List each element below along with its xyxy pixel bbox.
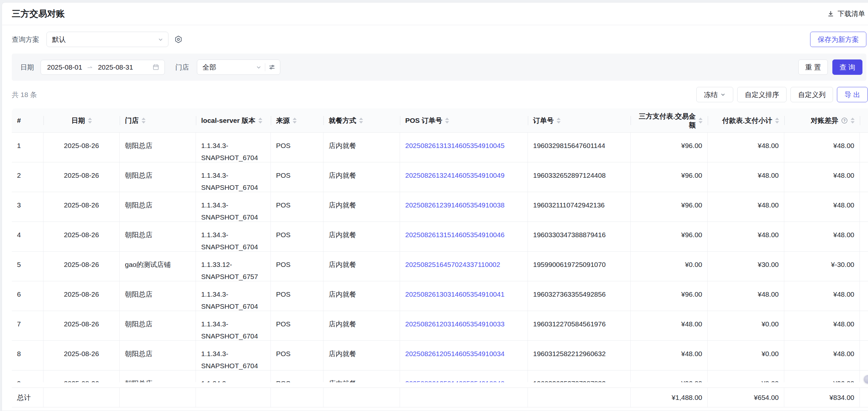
- cell-version: 1.1.33.12-SNAPSHOT_6757: [196, 251, 271, 281]
- cell-source: POS: [271, 192, 323, 221]
- sort-icon[interactable]: [88, 117, 92, 124]
- table-total-row: 总计 ¥1,488.00 ¥654.00 ¥834.00: [12, 387, 868, 407]
- column-header-dining[interactable]: 就餐方式: [323, 108, 400, 132]
- column-header-source[interactable]: 来源: [271, 108, 323, 132]
- pos-order-link[interactable]: 20250826123914605354910038: [405, 201, 505, 209]
- cell-dining: 店内就餐: [323, 281, 400, 311]
- page: 三方交易对账 下载清单 查询方案 默认: [0, 0, 868, 411]
- cell-index: 1: [12, 133, 43, 162]
- pos-order-link[interactable]: 20250826125014605354910040: [405, 380, 505, 382]
- column-header-label: 就餐方式: [329, 116, 356, 125]
- pos-order-link[interactable]: 20250826120514605354910034: [405, 350, 505, 357]
- cell-spacer: [860, 311, 868, 340]
- cell-payment_subtotal: ¥0.00: [708, 341, 784, 370]
- scheme-label: 查询方案: [12, 35, 39, 44]
- download-icon: [827, 10, 834, 17]
- cell-version: 1.1.34.3-SNAPSHOT_6704: [196, 311, 271, 340]
- date-start-value[interactable]: 2025-08-01: [47, 63, 82, 71]
- download-list-button[interactable]: 下载清单: [827, 9, 865, 18]
- cell-pos_order_no: 20250826131314605354910045: [400, 133, 528, 162]
- column-header-order_no[interactable]: 订单号: [528, 108, 630, 132]
- cell-index: 3: [12, 192, 43, 221]
- chevron-down-icon: [720, 92, 726, 97]
- cell-index: 5: [12, 251, 43, 281]
- save-scheme-button[interactable]: 保存为新方案: [810, 32, 866, 47]
- cell-order_no: 1960321110742942136: [528, 192, 630, 221]
- cell-index: 9: [12, 371, 43, 382]
- cell-version: 1.1.34.3-SNAPSHOT_6704: [196, 192, 271, 221]
- column-header-payment_subtotal[interactable]: 付款表.支付小计: [708, 108, 784, 132]
- cell-order_no: 1959900619725091070: [528, 251, 630, 281]
- column-header-third_party_amount[interactable]: 三方支付表.交易金额: [630, 108, 708, 132]
- column-header-store[interactable]: 门店: [120, 108, 196, 132]
- arrow-right-icon: [87, 64, 93, 71]
- total-payment-subtotal: ¥654.00: [708, 388, 784, 407]
- table-row: 52025-08-26gao的测试店铺1.1.33.12-SNAPSHOT_67…: [12, 251, 868, 281]
- cell-version: 1.1.34.3-SNAPSHOT_6704: [196, 222, 271, 251]
- column-header-date[interactable]: 日期: [43, 108, 120, 132]
- cell-store: gao的测试店铺: [120, 251, 196, 281]
- cell-spacer: [860, 281, 868, 311]
- sort-icon[interactable]: [851, 117, 855, 124]
- date-end-value[interactable]: 2025-08-31: [98, 63, 133, 71]
- pos-order-link[interactable]: 20250826120314605354910033: [405, 320, 505, 328]
- cell-dining: 店内就餐: [323, 371, 400, 382]
- cell-third_party_amount: ¥96.00: [630, 192, 708, 221]
- column-header-label: #: [17, 116, 21, 125]
- column-header-label: 对账差异: [811, 116, 838, 125]
- cell-diff: ¥48.00: [784, 192, 860, 221]
- cell-diff: ¥48.00: [784, 222, 860, 251]
- content-card: 三方交易对账 下载清单 查询方案 默认: [2, 2, 868, 411]
- custom-sort-button[interactable]: 自定义排序: [737, 87, 786, 102]
- cell-date: 2025-08-26: [43, 371, 120, 382]
- custom-columns-button[interactable]: 自定义列: [790, 87, 833, 102]
- sort-icon[interactable]: [359, 117, 363, 124]
- store-select[interactable]: 全部: [197, 60, 280, 75]
- cell-version: 1.1.34.3-SNAPSHOT_6704: [196, 341, 271, 370]
- sort-icon[interactable]: [557, 117, 561, 124]
- cell-pos_order_no: 20250826132414605354910049: [400, 162, 528, 192]
- date-range-input[interactable]: 2025-08-01 2025-08-31: [40, 60, 165, 75]
- cell-store: 朝阳总店: [120, 162, 196, 192]
- sort-icon[interactable]: [142, 117, 146, 124]
- table-row: 62025-08-26朝阳总店1.1.34.3-SNAPSHOT_6704POS…: [12, 281, 868, 311]
- cell-third_party_amount: ¥96.00: [630, 222, 708, 251]
- cell-spacer: [860, 341, 868, 370]
- cell-date: 2025-08-26: [43, 341, 120, 370]
- cell-pos_order_no: 20250826120514605354910034: [400, 341, 528, 370]
- cell-diff: ¥48.00: [784, 281, 860, 311]
- chevron-down-icon: [256, 64, 261, 70]
- query-button[interactable]: 查 询: [832, 60, 862, 75]
- column-header-version[interactable]: local-server 版本: [196, 108, 271, 132]
- pos-order-link[interactable]: 2025082516457024337110002: [405, 261, 500, 268]
- cell-source: POS: [271, 341, 323, 370]
- freeze-button[interactable]: 冻结: [696, 87, 733, 102]
- column-header-label: 付款表.支付小计: [722, 116, 772, 125]
- sliders-icon[interactable]: [269, 64, 275, 71]
- toolbar-row: 共 18 条 冻结 自定义排序 自定义列 导 出: [12, 81, 866, 108]
- column-header-diff[interactable]: 对账差异?: [784, 108, 860, 132]
- export-button[interactable]: 导 出: [837, 87, 868, 102]
- cell-spacer: [860, 251, 868, 281]
- sort-icon[interactable]: [258, 117, 262, 124]
- sort-icon[interactable]: [775, 117, 779, 124]
- sort-icon[interactable]: [699, 117, 703, 124]
- help-icon[interactable]: ?: [841, 117, 848, 124]
- cell-third_party_amount: ¥96.00: [630, 281, 708, 311]
- sort-icon[interactable]: [445, 117, 449, 124]
- sort-icon[interactable]: [293, 117, 297, 124]
- gear-icon[interactable]: [174, 35, 183, 43]
- reset-button[interactable]: 重 置: [798, 60, 828, 75]
- pos-order-link[interactable]: 20250826130314605354910041: [405, 290, 505, 298]
- cell-order_no: 1960327363355492856: [528, 281, 630, 311]
- pos-order-link[interactable]: 20250826131314605354910045: [405, 142, 505, 149]
- column-header-pos_order_no[interactable]: POS 订单号: [400, 108, 528, 132]
- scheme-select[interactable]: 默认: [46, 32, 168, 47]
- cell-pos_order_no: 20250826130314605354910041: [400, 281, 528, 311]
- pos-order-link[interactable]: 20250826131514605354910046: [405, 231, 505, 239]
- cell-third_party_amount: ¥48.00: [630, 311, 708, 340]
- cell-store: 朝阳总店: [120, 281, 196, 311]
- cell-dining: 店内就餐: [323, 222, 400, 251]
- pos-order-link[interactable]: 20250826132414605354910049: [405, 172, 505, 179]
- cell-pos_order_no: 20250826120314605354910033: [400, 311, 528, 340]
